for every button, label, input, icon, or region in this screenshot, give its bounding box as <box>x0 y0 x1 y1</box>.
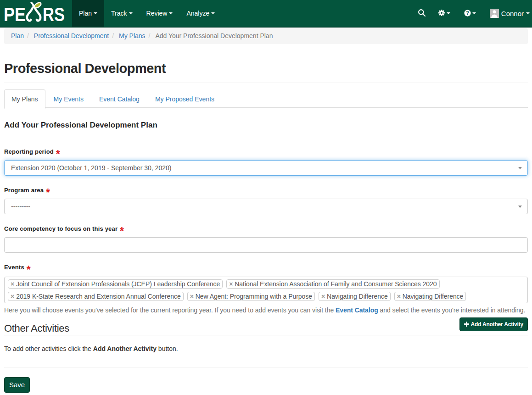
svg-text:PE: PE <box>4 3 26 25</box>
svg-text:RS: RS <box>43 3 65 25</box>
svg-text:?: ? <box>466 10 469 16</box>
